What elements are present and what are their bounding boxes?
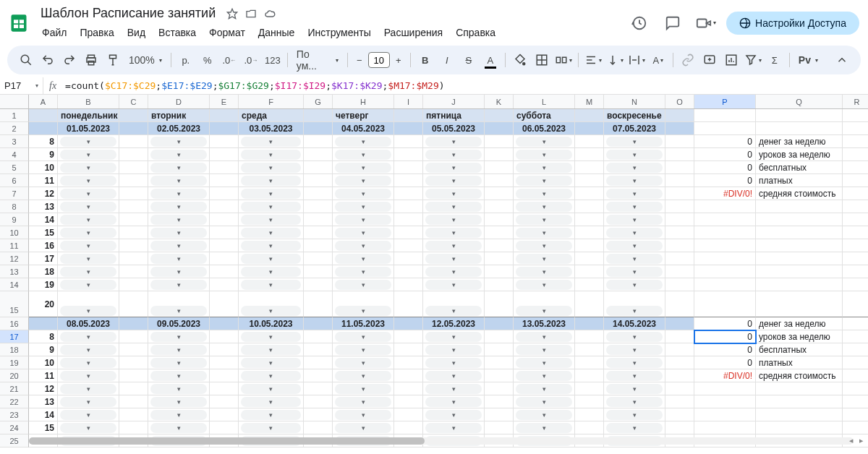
dropdown-cell[interactable] (514, 187, 575, 200)
menu-edit[interactable]: Правка (74, 24, 119, 41)
star-icon[interactable] (226, 7, 239, 20)
fill-color-button[interactable] (510, 50, 530, 70)
dropdown-cell[interactable] (148, 278, 210, 291)
dropdown-cell[interactable] (333, 174, 394, 187)
dropdown-cell[interactable] (514, 252, 575, 265)
col-header-M[interactable]: M (575, 95, 604, 108)
hour-label[interactable]: 20 (29, 291, 58, 317)
dropdown-cell[interactable] (239, 187, 304, 200)
menu-data[interactable]: Данные (252, 24, 301, 41)
menu-file[interactable]: Файл (36, 24, 72, 41)
merge-button[interactable]: ▾ (553, 50, 574, 70)
dropdown-cell[interactable] (604, 252, 665, 265)
hour-label[interactable]: 11 (29, 174, 58, 187)
date-header[interactable]: 12.05.2023 (423, 317, 485, 330)
italic-button[interactable]: I (437, 50, 457, 70)
dropdown-cell[interactable] (239, 291, 304, 317)
dropdown-cell[interactable] (604, 395, 665, 408)
dropdown-cell[interactable] (239, 148, 304, 161)
dropdown-cell[interactable] (514, 278, 575, 291)
dropdown-cell[interactable] (333, 356, 394, 369)
font-size-minus[interactable]: − (352, 53, 367, 67)
row-header-16[interactable]: 16 (0, 317, 29, 330)
hour-label[interactable]: 10 (29, 356, 58, 369)
dropdown-cell[interactable] (239, 343, 304, 356)
dropdown-cell[interactable] (239, 252, 304, 265)
row-header-4[interactable]: 4 (0, 148, 29, 161)
dropdown-cell[interactable] (148, 343, 210, 356)
dropdown-cell[interactable] (148, 200, 210, 213)
day-header[interactable]: суббота (514, 109, 575, 122)
dropdown-cell[interactable] (423, 226, 485, 239)
dropdown-cell[interactable] (58, 252, 119, 265)
dropdown-cell[interactable] (604, 343, 665, 356)
row-header-22[interactable]: 22 (0, 395, 29, 408)
dropdown-cell[interactable] (239, 265, 304, 278)
dropdown-cell[interactable] (148, 161, 210, 174)
borders-button[interactable] (532, 50, 552, 70)
dropdown-cell[interactable] (239, 395, 304, 408)
dropdown-cell[interactable] (604, 330, 665, 343)
dropdown-cell[interactable] (239, 226, 304, 239)
selected-cell[interactable]: 0 (694, 330, 756, 343)
hour-label[interactable]: 12 (29, 382, 58, 395)
redo-icon[interactable] (59, 50, 80, 70)
row-header-2[interactable]: 2 (0, 122, 29, 135)
inc-decimal-icon[interactable]: .0→ (241, 50, 261, 70)
row-header-13[interactable]: 13 (0, 265, 29, 278)
dropdown-cell[interactable] (423, 278, 485, 291)
hour-label[interactable]: 17 (29, 252, 58, 265)
row-header-15[interactable]: 15 (0, 291, 29, 317)
bold-button[interactable]: B (415, 50, 435, 70)
strike-button[interactable]: S (459, 50, 479, 70)
select-all-corner[interactable] (0, 95, 29, 108)
dropdown-cell[interactable] (333, 395, 394, 408)
dropdown-cell[interactable] (239, 239, 304, 252)
sheets-logo[interactable] (6, 10, 32, 36)
dropdown-cell[interactable] (333, 382, 394, 395)
dropdown-cell[interactable] (58, 382, 119, 395)
dropdown-cell[interactable] (239, 278, 304, 291)
row-header-8[interactable]: 8 (0, 200, 29, 213)
day-header[interactable]: четверг (333, 109, 394, 122)
dropdown-cell[interactable] (604, 187, 665, 200)
dropdown-cell[interactable] (333, 252, 394, 265)
zoom-select[interactable]: 100%▾ (124, 54, 166, 66)
hour-label[interactable]: 10 (29, 161, 58, 174)
dropdown-cell[interactable] (239, 369, 304, 382)
paint-format-icon[interactable] (103, 50, 123, 70)
hour-label[interactable]: 8 (29, 135, 58, 148)
hour-label[interactable]: 12 (29, 187, 58, 200)
dropdown-cell[interactable] (514, 382, 575, 395)
row-header-12[interactable]: 12 (0, 252, 29, 265)
dropdown-cell[interactable] (514, 330, 575, 343)
dropdown-cell[interactable] (58, 278, 119, 291)
dropdown-cell[interactable] (514, 226, 575, 239)
date-header[interactable]: 02.05.2023 (148, 122, 210, 135)
dropdown-cell[interactable] (148, 382, 210, 395)
row-header-17[interactable]: 17 (0, 330, 29, 343)
col-header-D[interactable]: D (148, 95, 210, 108)
dropdown-cell[interactable] (423, 174, 485, 187)
dropdown-cell[interactable] (239, 161, 304, 174)
filter-icon[interactable]: ▾ (743, 50, 763, 70)
doc-title[interactable]: Шаблон Расписание занятий (36, 4, 220, 22)
dropdown-cell[interactable] (58, 408, 119, 421)
dropdown-cell[interactable] (333, 226, 394, 239)
dropdown-cell[interactable] (58, 226, 119, 239)
dropdown-cell[interactable] (423, 369, 485, 382)
dropdown-cell[interactable] (58, 343, 119, 356)
row-header-9[interactable]: 9 (0, 213, 29, 226)
date-header[interactable]: 11.05.2023 (333, 317, 394, 330)
dropdown-cell[interactable] (239, 213, 304, 226)
col-header-E[interactable]: E (210, 95, 239, 108)
menu-tools[interactable]: Инструменты (302, 24, 376, 41)
hour-label[interactable]: 14 (29, 408, 58, 421)
row-header-14[interactable]: 14 (0, 278, 29, 291)
currency-button[interactable]: р. (176, 50, 196, 70)
name-box[interactable]: P17▾ (0, 77, 43, 94)
row-header-1[interactable]: 1 (0, 109, 29, 122)
dropdown-cell[interactable] (604, 369, 665, 382)
col-header-K[interactable]: K (485, 95, 514, 108)
dropdown-cell[interactable] (333, 239, 394, 252)
